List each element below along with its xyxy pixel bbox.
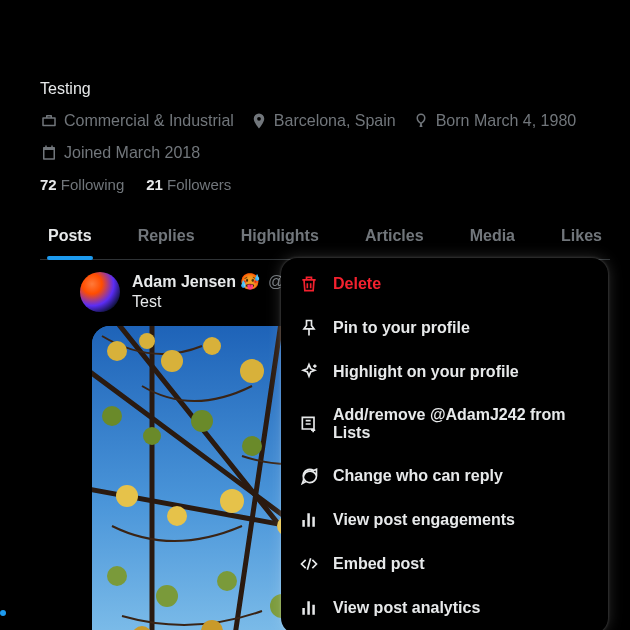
profile-location: Barcelona, Spain (250, 112, 396, 130)
followers-label: Followers (167, 176, 231, 193)
profile-category: Commercial & Industrial (40, 112, 234, 130)
menu-pin[interactable]: Pin to your profile (281, 306, 608, 350)
svg-point-10 (102, 406, 122, 426)
menu-embed[interactable]: Embed post (281, 542, 608, 586)
menu-analytics[interactable]: View post analytics (281, 586, 608, 630)
following-count: 72 (40, 176, 57, 193)
compose-indicator (0, 610, 6, 616)
svg-point-24 (156, 585, 178, 607)
svg-point-13 (242, 436, 262, 456)
svg-point-2 (139, 333, 155, 349)
menu-pin-label: Pin to your profile (333, 319, 470, 337)
svg-point-18 (167, 506, 187, 526)
followers-count: 21 (146, 176, 163, 193)
tab-highlights[interactable]: Highlights (233, 211, 327, 259)
svg-point-3 (161, 350, 183, 372)
svg-point-4 (203, 337, 221, 355)
svg-point-1 (107, 341, 127, 361)
menu-reply[interactable]: Change who can reply (281, 454, 608, 498)
calendar-icon (40, 144, 58, 162)
menu-embed-label: Embed post (333, 555, 425, 573)
balloon-icon (412, 112, 430, 130)
followers-link[interactable]: 21 Followers (146, 176, 231, 193)
code-icon (299, 554, 319, 574)
following-link[interactable]: 72 Following (40, 176, 124, 193)
menu-engagements-label: View post engagements (333, 511, 515, 529)
post-actions-menu: Delete Pin to your profile Highlight on … (281, 258, 608, 630)
tab-media[interactable]: Media (462, 211, 523, 259)
post-display-name[interactable]: Adam Jensen (132, 273, 236, 291)
menu-reply-label: Change who can reply (333, 467, 503, 485)
svg-point-5 (240, 359, 264, 383)
svg-point-19 (220, 489, 244, 513)
menu-highlight-label: Highlight on your profile (333, 363, 519, 381)
menu-highlight[interactable]: Highlight on your profile (281, 350, 608, 394)
menu-delete-label: Delete (333, 275, 381, 293)
tab-posts[interactable]: Posts (40, 211, 100, 259)
tab-likes[interactable]: Likes (553, 211, 610, 259)
svg-point-17 (116, 485, 138, 507)
menu-engagements[interactable]: View post engagements (281, 498, 608, 542)
profile-category-text: Commercial & Industrial (64, 112, 234, 130)
profile-meta-row: Commercial & Industrial Barcelona, Spain… (40, 112, 610, 162)
profile-tabs: Posts Replies Highlights Articles Media … (40, 211, 610, 260)
analytics-icon (299, 598, 319, 618)
pin-icon (299, 318, 319, 338)
profile-birthday-text: Born March 4, 1980 (436, 112, 577, 130)
profile-bio: Testing (40, 80, 610, 98)
avatar[interactable] (80, 272, 120, 312)
profile-joined-text: Joined March 2018 (64, 144, 200, 162)
following-label: Following (61, 176, 124, 193)
post-emoji: 🥵 (240, 272, 260, 291)
sparkle-icon (299, 362, 319, 382)
svg-point-23 (107, 566, 127, 586)
menu-delete[interactable]: Delete (281, 262, 608, 306)
profile-location-text: Barcelona, Spain (274, 112, 396, 130)
location-pin-icon (250, 112, 268, 130)
svg-point-11 (143, 427, 161, 445)
analytics-icon (299, 510, 319, 530)
menu-lists[interactable]: Add/remove @AdamJ242 from Lists (281, 394, 608, 454)
profile-joined: Joined March 2018 (40, 144, 200, 162)
tab-articles[interactable]: Articles (357, 211, 432, 259)
tab-replies[interactable]: Replies (130, 211, 203, 259)
briefcase-icon (40, 112, 58, 130)
svg-point-12 (191, 410, 213, 432)
menu-lists-label: Add/remove @AdamJ242 from Lists (333, 406, 590, 442)
profile-birthday: Born March 4, 1980 (412, 112, 577, 130)
svg-point-25 (217, 571, 237, 591)
list-add-icon (299, 414, 319, 434)
speech-bubble-icon (299, 466, 319, 486)
trash-icon (299, 274, 319, 294)
menu-analytics-label: View post analytics (333, 599, 480, 617)
follow-row: 72 Following 21 Followers (40, 176, 610, 193)
